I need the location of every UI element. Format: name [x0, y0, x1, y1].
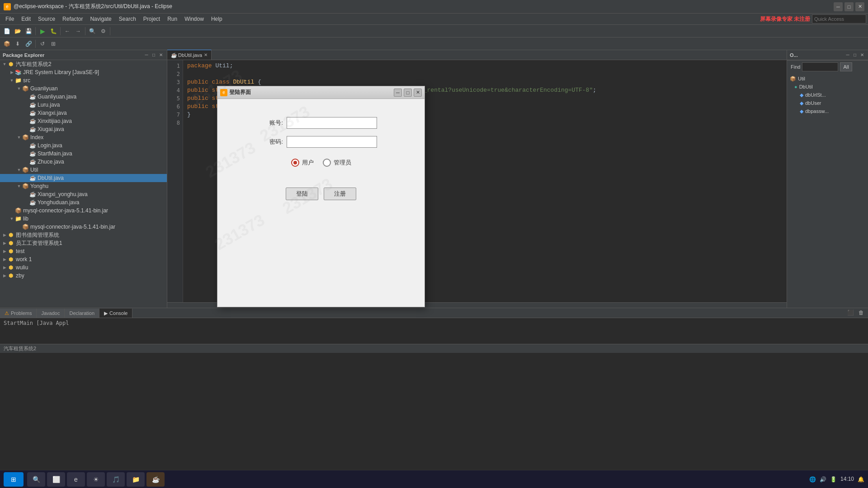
login-button[interactable]: 登陆: [286, 188, 318, 200]
menu-edit[interactable]: Edit: [18, 15, 34, 23]
outline-util[interactable]: 📦 Util: [789, 75, 866, 83]
dialog-maximize-btn[interactable]: □: [404, 89, 412, 97]
tree-item-lib-jar[interactable]: 📦 mysql-connector-java-5.1.41-bin.jar: [0, 223, 167, 231]
open-btn[interactable]: 📂: [13, 26, 23, 36]
tree-item-xiugai[interactable]: ☕ Xiugai.java: [0, 125, 167, 133]
menu-window[interactable]: Window: [181, 15, 208, 23]
tree-item-util-pkg[interactable]: ▼ 📦 Util: [0, 166, 167, 174]
admin-radio[interactable]: [323, 159, 331, 167]
save-btn[interactable]: 💾: [24, 26, 33, 36]
taskbar-media[interactable]: 🎵: [107, 472, 125, 487]
start-button[interactable]: ⊞: [4, 472, 24, 487]
tree-item-wuliu[interactable]: ▶ ⬢ wuliu: [0, 263, 167, 272]
taskbar-taskview[interactable]: ⬜: [47, 472, 65, 487]
menu-file[interactable]: File: [2, 15, 18, 23]
taskbar-ie[interactable]: e: [67, 472, 85, 487]
package-explorer-title: Package Explorer: [3, 52, 44, 58]
find-bar: Find All: [787, 60, 868, 73]
tree-item-mysql-jar[interactable]: 📦 mysql-connector-java-5.1.41-bin.jar: [0, 206, 167, 215]
tree-item-work1[interactable]: ▶ ⬢ work 1: [0, 255, 167, 263]
tab-declaration[interactable]: Declaration: [65, 309, 99, 318]
tab-javadoc[interactable]: Javadoc: [37, 309, 65, 318]
back-btn[interactable]: ←: [62, 26, 72, 36]
tree-item-zby[interactable]: ▶ ⬢ zby: [0, 272, 167, 280]
taskbar-search[interactable]: 🔍: [27, 472, 45, 487]
sync-btn[interactable]: ↺: [38, 39, 47, 49]
menu-refactor[interactable]: Refactor: [59, 15, 86, 23]
tree-item-zhuce[interactable]: ☕ Zhuce.java: [0, 158, 167, 166]
outline-close-btn[interactable]: ✕: [859, 52, 865, 58]
tree-item-login[interactable]: ☕ Login.java: [0, 141, 167, 150]
menu-help[interactable]: Help: [208, 15, 226, 23]
new-btn[interactable]: 📄: [2, 26, 12, 36]
user-radio[interactable]: [291, 159, 299, 167]
tree-item-yonghuduan[interactable]: ☕ Yonghuduan.java: [0, 198, 167, 206]
tree-item-jre[interactable]: ▶ 📚 JRE System Library [JavaSE-9]: [0, 68, 167, 76]
outline-dbpassword[interactable]: ◆ dbpassw...: [789, 107, 866, 115]
taskbar-clock[interactable]: 14:10: [840, 476, 854, 483]
editor-tabs: ☕ DbUtil.java ✕: [167, 50, 787, 60]
password-input[interactable]: [287, 136, 377, 148]
tree-item-luru[interactable]: ☕ Luru.java: [0, 101, 167, 109]
col-btn[interactable]: ⬇: [13, 39, 23, 49]
link-btn[interactable]: 🔗: [24, 39, 33, 49]
tree-item-dbutil[interactable]: ☕ DbUtil.java: [0, 174, 167, 182]
taskbar-files[interactable]: 📁: [127, 472, 145, 487]
tree-item-startmain[interactable]: ☕ StartMain.java: [0, 150, 167, 158]
menu-navigate[interactable]: Navigate: [86, 15, 115, 23]
dialog-minimize-btn[interactable]: ─: [394, 89, 402, 97]
minimize-button[interactable]: ─: [834, 2, 843, 11]
outline-dbuser[interactable]: ◆ dbUser: [789, 99, 866, 107]
account-label: 账号:: [265, 119, 283, 127]
debug-btn[interactable]: 🐛: [48, 26, 58, 36]
taskbar-weather[interactable]: ☀: [87, 472, 105, 487]
panel-close-btn[interactable]: ✕: [158, 52, 164, 58]
tree-item-library[interactable]: ▶ ⬢ 图书借阅管理系统: [0, 231, 167, 239]
admin-radio-label[interactable]: 管理员: [323, 159, 351, 167]
dialog-close-btn[interactable]: ✕: [414, 89, 422, 97]
clear-console-btn[interactable]: 🗑: [856, 308, 866, 318]
menu-run[interactable]: Run: [164, 15, 181, 23]
maximize-button[interactable]: □: [844, 2, 854, 11]
refactor-btn[interactable]: ⚙: [98, 26, 108, 36]
menu-project[interactable]: Project: [140, 15, 164, 23]
taskbar-java[interactable]: ☕: [146, 472, 165, 487]
notification-area[interactable]: 🔔: [858, 476, 864, 483]
panel-maximize-btn[interactable]: □: [151, 52, 157, 58]
close-button[interactable]: ✕: [855, 2, 864, 11]
forward-btn[interactable]: →: [73, 26, 83, 36]
tree-item-test[interactable]: ▶ ⬢ test: [0, 247, 167, 255]
tree-item-guanliyuan-java[interactable]: ☕ Guanliyuan.java: [0, 93, 167, 101]
tree-item-guanliyuan-pkg[interactable]: ▼ 📦 Guanliyuan: [0, 84, 167, 93]
tree-item-src[interactable]: ▼ 📁 src: [0, 76, 167, 84]
hierarchy-btn[interactable]: ⊞: [48, 39, 58, 49]
outline-max-btn[interactable]: □: [852, 52, 858, 58]
tree-item-lib[interactable]: ▼ 📁 lib: [0, 215, 167, 223]
account-input[interactable]: [287, 117, 377, 129]
outline-dburlst[interactable]: ◆ dbUrlSt...: [789, 91, 866, 99]
tree-item-xinxitijiao[interactable]: ☕ Xinxitijiao.java: [0, 117, 167, 125]
menu-source[interactable]: Source: [34, 15, 59, 23]
find-input[interactable]: [802, 62, 838, 71]
tab-problems[interactable]: ⚠Problems: [0, 309, 37, 318]
menu-search[interactable]: Search: [115, 15, 140, 23]
pkg-btn[interactable]: 📦: [2, 39, 12, 49]
tree-item-xiangxi[interactable]: ☕ Xiangxi.java: [0, 109, 167, 117]
tree-item-project[interactable]: ▼ ⬢ 汽车租赁系统2: [0, 60, 167, 68]
tree-item-xiangxi-yonghu[interactable]: ☕ Xiangxi_yonghu.java: [0, 190, 167, 198]
tab-console[interactable]: ▶Console: [99, 309, 132, 318]
stop-btn[interactable]: ⬛: [845, 308, 855, 318]
panel-minimize-btn[interactable]: ─: [143, 52, 150, 58]
search-btn[interactable]: 🔍: [87, 26, 97, 36]
find-all-btn[interactable]: All: [840, 62, 852, 71]
user-radio-label[interactable]: 用户: [291, 159, 314, 167]
register-button[interactable]: 注册: [324, 188, 356, 200]
editor-tab-dbutil[interactable]: ☕ DbUtil.java ✕: [167, 50, 212, 60]
tree-item-yonghu-pkg[interactable]: ▼ 📦 Yonghu: [0, 182, 167, 190]
run-btn[interactable]: ▶: [38, 26, 47, 36]
outline-min-btn[interactable]: ─: [844, 52, 851, 58]
tree-item-index-pkg[interactable]: ▼ 📦 Index: [0, 133, 167, 141]
outline-dbutil[interactable]: ● DbUtil: [789, 83, 866, 91]
tree-item-salary[interactable]: ▶ ⬢ 员工工资管理系统1: [0, 239, 167, 247]
quick-access-input[interactable]: [812, 14, 866, 23]
